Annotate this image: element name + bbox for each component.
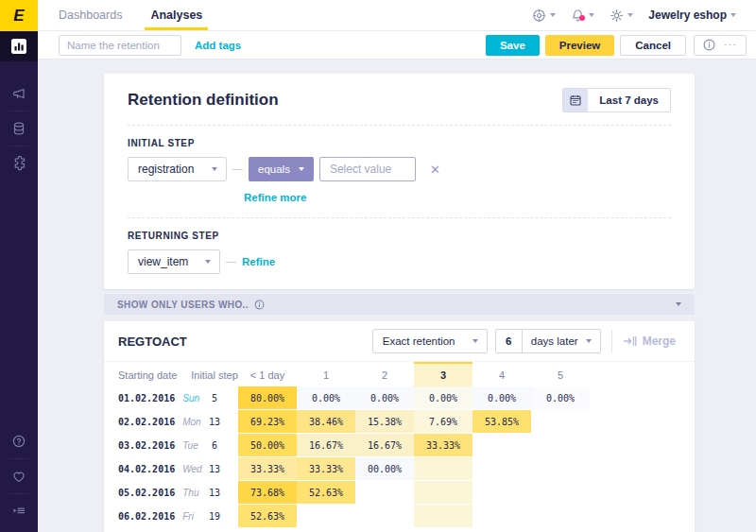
operator-select[interactable]: equals <box>249 157 314 181</box>
chevron-down-icon <box>212 167 217 171</box>
row-filler <box>590 505 695 528</box>
initial-step-row: registration equals ✕ <box>128 157 671 181</box>
retention-mode-select[interactable]: Exact retention <box>372 329 488 353</box>
cancel-button[interactable]: Cancel <box>620 35 686 56</box>
notifications-menu[interactable] <box>564 9 601 23</box>
row-filler <box>590 457 695 481</box>
merge-label: Merge <box>643 335 676 348</box>
section-divider <box>128 217 671 218</box>
days-unit-value: days later <box>531 335 578 347</box>
retention-value-cell[interactable]: 0.00% <box>297 386 355 410</box>
remove-filter-icon[interactable]: ✕ <box>430 163 440 176</box>
chevron-down-icon <box>627 13 633 17</box>
returning-event-select[interactable]: view_item <box>128 249 220 274</box>
retention-value-cell[interactable]: 16.67% <box>297 434 355 457</box>
retention-value-cell[interactable]: 50.00% <box>238 434 297 457</box>
tab-analyses[interactable]: Analyses <box>150 0 202 30</box>
retention-value-cell[interactable]: 0.00% <box>355 386 414 410</box>
sidebar-item-collapse[interactable] <box>0 494 38 528</box>
retention-value-cell[interactable]: 69.23% <box>238 410 297 434</box>
collapse-menu-icon <box>11 504 26 519</box>
retention-value-cell[interactable]: 73.68% <box>238 481 297 505</box>
date-range-button[interactable]: Last 7 days <box>562 88 671 112</box>
gear-icon <box>610 9 624 23</box>
support-icon <box>532 9 546 23</box>
sidebar-item-campaigns[interactable] <box>0 77 38 111</box>
retention-value-cell[interactable]: 0.00% <box>531 386 590 410</box>
table-row: 01.02.2016Sun580.00%0.00%0.00%0.00%0.00%… <box>104 386 695 410</box>
project-switcher[interactable]: Jewelry eshop <box>642 9 743 22</box>
starting-date-cell: 03.02.2016Tue <box>104 434 191 457</box>
retention-value-cell[interactable]: 52.63% <box>238 505 297 528</box>
analysis-name-input[interactable] <box>59 35 181 56</box>
retention-value-cell[interactable]: 00.00% <box>355 457 414 481</box>
retention-value-cell[interactable]: 52.63% <box>297 481 355 505</box>
row-filler <box>590 410 695 434</box>
retention-value-cell[interactable]: 0.00% <box>414 386 472 410</box>
date-range-label: Last 7 days <box>588 94 670 106</box>
retention-value-cell[interactable]: 7.69% <box>414 410 472 434</box>
preview-button[interactable]: Preview <box>545 35 614 56</box>
connector-dash <box>226 262 236 263</box>
refine-more-link[interactable]: Refine more <box>244 192 306 203</box>
tab-dashboards[interactable]: Dashboards <box>59 0 122 30</box>
more-options-icon[interactable]: ··· <box>724 40 737 50</box>
app-window: E Dashboards Analyses <box>0 0 756 532</box>
days-unit-select[interactable]: days later <box>523 330 600 352</box>
analysis-title: REGTOACT <box>118 335 187 349</box>
sidebar-item-integrations[interactable] <box>0 146 38 180</box>
retention-value-cell <box>355 481 414 505</box>
heart-icon <box>11 469 26 484</box>
retention-value-cell <box>531 434 590 457</box>
add-tags-link[interactable]: Add tags <box>195 40 241 51</box>
initial-event-select[interactable]: registration <box>128 157 227 181</box>
retention-value-cell[interactable]: 33.33% <box>297 457 355 481</box>
row-filler <box>590 434 695 457</box>
retention-definition-card: Retention definition Last 7 days INITIAL… <box>104 74 695 289</box>
retention-value-cell[interactable]: 38.46% <box>297 410 355 434</box>
refine-link[interactable]: Refine <box>242 256 275 267</box>
col-header-filler <box>590 362 695 386</box>
retention-value-cell <box>297 505 355 528</box>
sidebar-item-data[interactable] <box>0 112 38 146</box>
brand-logo[interactable]: E <box>0 0 38 31</box>
retention-value-cell[interactable]: 33.33% <box>238 457 297 481</box>
merge-button[interactable]: Merge <box>623 335 676 348</box>
info-icon[interactable] <box>703 39 715 51</box>
date-label: 06.02.2016 <box>118 511 175 522</box>
retention-table-body: 01.02.2016Sun580.00%0.00%0.00%0.00%0.00%… <box>104 386 695 528</box>
retention-value-cell[interactable]: 0.00% <box>472 386 531 410</box>
col-header-day-5[interactable]: 5 <box>531 362 590 386</box>
col-header-day-1[interactable]: 1 <box>297 362 355 386</box>
table-row: 05.02.2016Thu1373.68%52.63% <box>104 481 695 505</box>
save-button[interactable]: Save <box>486 35 540 56</box>
retention-value-cell[interactable]: 53.85% <box>472 410 531 434</box>
col-header-day-3-selected[interactable]: 3 <box>414 362 472 386</box>
retention-value-cell[interactable]: 33.33% <box>414 434 472 457</box>
sidebar-item-analytics[interactable] <box>0 31 38 61</box>
sidebar-item-favorites[interactable] <box>0 459 38 493</box>
property-value-input[interactable] <box>319 157 416 181</box>
show-only-users-bar[interactable]: SHOW ONLY USERS WHO.. <box>104 294 695 315</box>
retention-controls: Exact retention 6 days later <box>372 329 676 353</box>
col-header-day-2[interactable]: 2 <box>355 362 414 386</box>
chevron-down-icon <box>205 260 211 264</box>
col-header-day-4[interactable]: 4 <box>472 362 531 386</box>
sidebar-item-help[interactable] <box>0 424 38 458</box>
support-menu[interactable] <box>525 9 562 23</box>
info-more-group: ··· <box>694 35 747 56</box>
retention-header: REGTOACT Exact retention 6 days later <box>104 321 695 361</box>
initial-step-cell: 13 <box>191 410 238 434</box>
topbar-right-cluster: Jewelry eshop <box>525 0 756 30</box>
retention-value-cell <box>472 481 531 505</box>
retention-value-cell[interactable]: 15.38% <box>355 410 414 434</box>
retention-value-cell[interactable]: 80.00% <box>238 386 297 410</box>
col-header-lt-1-day[interactable]: < 1 day <box>238 362 297 386</box>
project-name: Jewelry eshop <box>648 9 727 22</box>
retention-value-cell[interactable]: 16.67% <box>355 434 414 457</box>
days-value-input[interactable]: 6 <box>496 330 523 352</box>
notification-badge <box>579 15 585 21</box>
initial-step-cell: 5 <box>191 386 238 410</box>
definition-header: Retention definition Last 7 days <box>128 74 671 126</box>
settings-menu[interactable] <box>603 9 640 23</box>
